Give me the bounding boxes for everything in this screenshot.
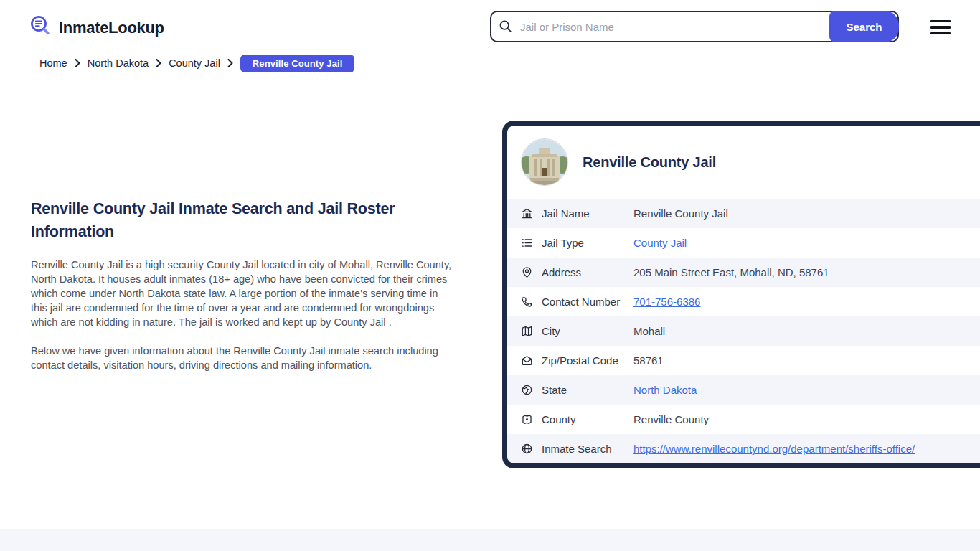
phone-icon	[521, 296, 533, 308]
article: Renville County Jail Inmate Search and J…	[31, 197, 456, 372]
list-icon	[521, 237, 533, 249]
table-row: Inmate Search https://www.renvillecounty…	[507, 434, 980, 463]
menu-hamburger-icon[interactable]	[930, 20, 951, 34]
row-label: Inmate Search	[542, 443, 633, 455]
row-value-link[interactable]: North Dakota	[633, 384, 697, 396]
table-row: Zip/Postal Code 58761	[507, 346, 980, 375]
row-value: Renville County	[633, 413, 709, 425]
row-label: County	[542, 413, 633, 425]
row-value: 58761	[633, 354, 664, 367]
row-value: Renville County Jail	[633, 207, 728, 220]
web-globe-icon	[521, 443, 533, 455]
breadcrumb: Home North Dakota County Jail Renville C…	[39, 55, 354, 72]
table-row: Jail Name Renville County Jail	[507, 199, 980, 228]
chevron-right-icon	[227, 59, 233, 67]
row-value: 205 Main Street East, Mohall, ND, 58761	[633, 266, 829, 278]
county-map-icon	[521, 413, 533, 425]
brand-logo[interactable]: InmateLookup	[29, 14, 164, 42]
table-row: County Renville County	[507, 405, 980, 434]
table-row: City Mohall	[507, 316, 980, 346]
row-label: Jail Name	[542, 207, 633, 220]
table-row: Jail Type County Jail	[507, 228, 980, 258]
row-value-link[interactable]: https://www.renvillecountynd.org/departm…	[633, 443, 915, 455]
row-label: State	[542, 384, 633, 396]
search-button[interactable]: Search	[829, 11, 899, 42]
row-label: Zip/Postal Code	[542, 354, 633, 367]
jail-details-table: Jail Name Renville County Jail Jail Type…	[507, 199, 980, 463]
envelope-icon	[521, 354, 533, 367]
globe-icon	[521, 384, 533, 396]
jail-card-header: Renville County Jail	[507, 126, 980, 199]
details-paragraph: Below we have given information about th…	[31, 344, 456, 372]
search-bar: Search	[490, 11, 899, 42]
map-pin-icon	[521, 266, 533, 278]
magnifier-logo-icon	[29, 14, 53, 42]
brand-name: InmateLookup	[59, 19, 164, 37]
footer-band	[0, 529, 980, 551]
row-value: Mohall	[633, 325, 665, 337]
breadcrumb-home[interactable]: Home	[39, 57, 67, 69]
intro-paragraph: Renville County Jail is a high security …	[31, 258, 456, 329]
row-label: Jail Type	[542, 237, 633, 249]
table-row: Contact Number 701-756-6386	[507, 287, 980, 316]
chevron-right-icon	[75, 59, 80, 67]
row-label: City	[542, 325, 633, 337]
map-icon	[521, 325, 533, 337]
jail-photo	[521, 138, 568, 186]
row-value-link[interactable]: 701-756-6386	[633, 296, 700, 308]
jail-info-card: Renville County Jail Jail Name Renville …	[502, 121, 980, 468]
chevron-right-icon	[156, 59, 161, 67]
breadcrumb-state[interactable]: North Dakota	[88, 57, 149, 69]
page-title: Renville County Jail Inmate Search and J…	[31, 197, 456, 243]
jail-card-title: Renville County Jail	[583, 154, 716, 171]
row-value-link[interactable]: County Jail	[633, 237, 687, 249]
table-row: Address 205 Main Street East, Mohall, ND…	[507, 258, 980, 287]
bank-icon	[521, 207, 533, 220]
row-label: Contact Number	[542, 296, 633, 308]
row-label: Address	[542, 266, 633, 278]
breadcrumb-jail-type[interactable]: County Jail	[169, 57, 220, 69]
table-row: State North Dakota	[507, 375, 980, 405]
breadcrumb-current-badge: Renville County Jail	[240, 55, 355, 72]
